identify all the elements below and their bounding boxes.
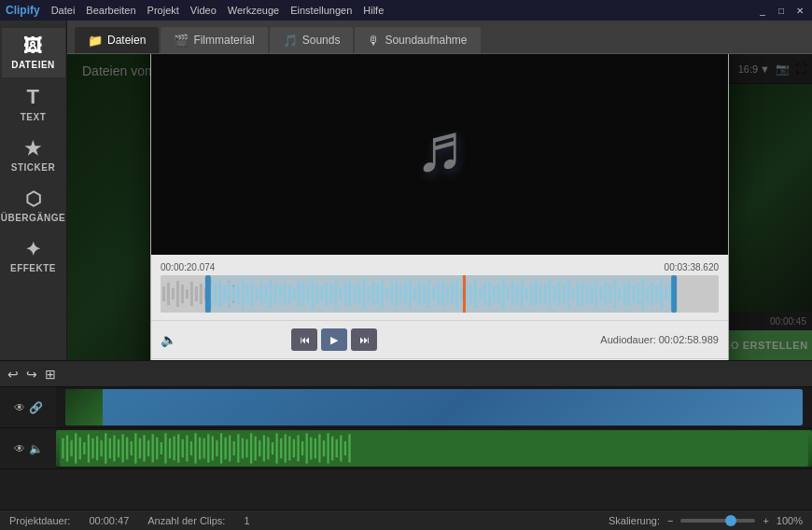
sidebar-item-effekte[interactable]: ✦ EFFEKTE xyxy=(2,230,65,281)
svg-rect-106 xyxy=(618,287,621,300)
menu-bearbeiten[interactable]: Bearbeiten xyxy=(86,5,135,16)
svg-rect-96 xyxy=(572,287,575,300)
prev-button[interactable]: ⏮ xyxy=(291,328,317,351)
audio-volume-icon[interactable]: 🔈 xyxy=(29,442,43,455)
svg-rect-166 xyxy=(250,433,252,464)
video-eye-icon[interactable]: 👁 xyxy=(14,401,25,414)
video-track-label: 👁 🔗 xyxy=(0,401,56,414)
volume-icon[interactable]: 🔈 xyxy=(161,332,176,347)
waveform-times: 00:00:20.074 00:03:38.620 xyxy=(161,262,719,272)
svg-rect-51 xyxy=(362,279,365,309)
svg-rect-33 xyxy=(279,286,282,301)
svg-rect-100 xyxy=(590,284,593,304)
svg-rect-1 xyxy=(162,286,165,301)
tab-dateien[interactable]: 📁 Dateien xyxy=(75,27,159,53)
svg-rect-50 xyxy=(357,284,360,304)
svg-rect-27 xyxy=(251,281,254,307)
sidebar-item-sticker[interactable]: ★ STICKER xyxy=(2,130,65,180)
svg-rect-169 xyxy=(263,435,265,461)
svg-rect-153 xyxy=(194,433,196,464)
svg-rect-86 xyxy=(525,287,528,300)
svg-rect-183 xyxy=(323,440,325,456)
maximize-button[interactable]: □ xyxy=(775,4,788,17)
svg-rect-55 xyxy=(381,280,384,308)
playback-controls: ⏮ ▶ ⏭ xyxy=(291,328,377,351)
play-button[interactable]: ▶ xyxy=(321,328,347,351)
menu-hilfe[interactable]: Hilfe xyxy=(363,5,384,16)
menu-werkzeuge[interactable]: Werkzeuge xyxy=(228,5,279,16)
audio-duration: Audiodauer: 00:02:58.989 xyxy=(600,334,719,345)
menu-einstellungen[interactable]: Einstellungen xyxy=(290,5,352,16)
svg-rect-58 xyxy=(395,281,398,307)
svg-rect-121 xyxy=(60,430,808,467)
split-button[interactable]: ⊞ xyxy=(45,367,56,382)
svg-rect-6 xyxy=(186,289,189,299)
video-lock-icon[interactable]: 🔗 xyxy=(29,401,43,414)
svg-rect-142 xyxy=(147,440,149,456)
svg-rect-38 xyxy=(301,283,304,305)
sidebar-item-text[interactable]: T TEXT xyxy=(2,77,65,130)
minimize-button[interactable]: _ xyxy=(756,4,769,17)
timeline-toolbar: ↩ ↪ ⊞ xyxy=(0,361,812,387)
title-bar: Clipify Datei Bearbeiten Projekt Video W… xyxy=(0,0,812,21)
svg-rect-69 xyxy=(446,286,449,302)
waveform-container[interactable] xyxy=(161,275,719,313)
svg-rect-26 xyxy=(246,285,249,303)
svg-rect-145 xyxy=(161,442,162,454)
timeline-tracks: 👁 🔗 👁 🔈 xyxy=(0,387,812,509)
svg-rect-68 xyxy=(441,281,444,307)
svg-rect-99 xyxy=(585,286,588,302)
svg-rect-21 xyxy=(223,286,226,302)
waveform-area: 00:00:20.074 00:03:38.620 xyxy=(151,255,728,320)
next-button[interactable]: ⏭ xyxy=(351,328,377,351)
svg-rect-128 xyxy=(88,434,90,462)
svg-rect-89 xyxy=(539,286,542,302)
audio-track: 👁 🔈 xyxy=(0,428,812,469)
audio-wave[interactable] xyxy=(56,430,812,467)
svg-rect-178 xyxy=(301,441,303,455)
svg-rect-71 xyxy=(455,279,458,309)
close-button[interactable]: ✕ xyxy=(793,4,806,17)
svg-rect-56 xyxy=(385,287,388,300)
audio-visual: ♬ xyxy=(414,114,465,181)
window-controls: _ □ ✕ xyxy=(756,4,806,17)
svg-rect-185 xyxy=(331,437,333,461)
sidebar-item-dateien[interactable]: 🖼 DATEIEN xyxy=(2,28,65,77)
menu-datei[interactable]: Datei xyxy=(51,5,76,16)
sticker-icon: ★ xyxy=(24,137,42,160)
svg-rect-177 xyxy=(297,435,299,461)
svg-rect-31 xyxy=(270,280,273,308)
effekte-icon: ✦ xyxy=(25,238,42,260)
svg-rect-3 xyxy=(172,288,175,300)
svg-rect-87 xyxy=(530,283,533,305)
zoom-thumb[interactable] xyxy=(725,515,736,526)
tab-filmmaterial[interactable]: 🎬 Filmmaterial xyxy=(161,27,267,53)
menu-projekt[interactable]: Projekt xyxy=(147,5,179,16)
zoom-minus-button[interactable]: − xyxy=(667,515,673,526)
audio-eye-icon[interactable]: 👁 xyxy=(14,442,25,455)
zoom-slider[interactable] xyxy=(680,519,755,523)
menu-video[interactable]: Video xyxy=(190,5,217,16)
video-clip[interactable] xyxy=(65,389,803,425)
uebergaenge-icon: ⬡ xyxy=(25,188,42,210)
svg-rect-179 xyxy=(306,433,308,464)
svg-rect-48 xyxy=(348,281,351,307)
svg-rect-52 xyxy=(367,286,370,301)
sidebar-item-label: STICKER xyxy=(11,162,55,173)
undo-button[interactable]: ↩ xyxy=(7,367,19,382)
svg-rect-187 xyxy=(340,435,342,461)
zoom-plus-button[interactable]: + xyxy=(763,515,768,526)
filmmaterial-tab-icon: 🎬 xyxy=(174,34,189,48)
svg-rect-160 xyxy=(224,438,226,460)
redo-button[interactable]: ↪ xyxy=(26,367,37,382)
svg-rect-118 xyxy=(463,275,466,313)
tab-sounds[interactable]: 🎵 Sounds xyxy=(270,27,354,53)
svg-rect-54 xyxy=(376,285,379,303)
svg-rect-45 xyxy=(334,280,337,308)
svg-rect-62 xyxy=(413,286,416,301)
svg-rect-124 xyxy=(70,440,72,456)
svg-rect-189 xyxy=(348,434,350,462)
svg-rect-94 xyxy=(563,285,566,303)
sidebar-item-uebergaenge[interactable]: ⬡ ÜBERGÄNGE xyxy=(2,180,65,230)
tab-soundaufnahme[interactable]: 🎙 Soundaufnahme xyxy=(355,27,480,53)
